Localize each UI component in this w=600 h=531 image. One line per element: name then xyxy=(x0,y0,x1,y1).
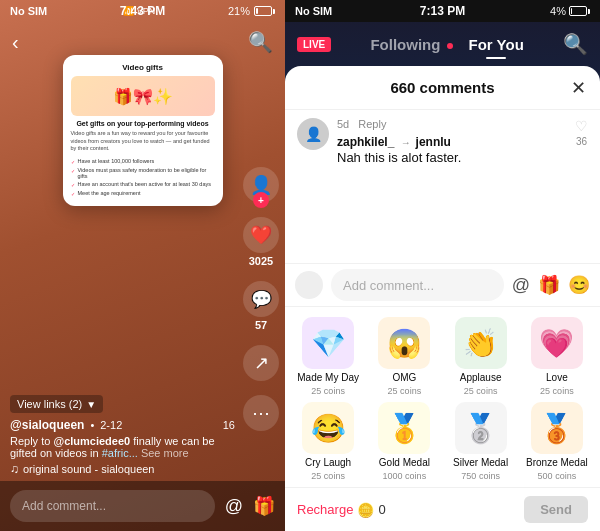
comment-time: 5d xyxy=(337,118,349,130)
reply-label: Reply to xyxy=(10,435,50,447)
add-comment-input[interactable]: Add comment... xyxy=(331,269,504,301)
comment-mention[interactable]: jennlu xyxy=(416,135,451,149)
gift-coins: 500 coins xyxy=(538,471,577,481)
tab-following[interactable]: Following xyxy=(366,34,456,55)
like-action[interactable]: ❤️ 3025 xyxy=(243,217,279,267)
username-row: @sialoqueen • 2-12 16 xyxy=(10,418,235,432)
gift-coins: 1000 coins xyxy=(383,471,427,481)
for-you-label: For You xyxy=(469,36,524,53)
gift-name: Made My Day xyxy=(297,372,359,383)
at-icon[interactable]: @ xyxy=(225,496,243,517)
close-button[interactable]: ✕ xyxy=(571,77,586,99)
following-dot xyxy=(447,43,453,49)
left-comment-input[interactable]: Add comment... xyxy=(10,490,215,522)
gift-coins: 25 coins xyxy=(388,386,422,396)
gift-icon-wrap: 🥈 xyxy=(455,402,507,454)
comment-like[interactable]: ♡ 36 xyxy=(575,118,588,165)
reply-text: Reply to @clumciedee0 finally we can be … xyxy=(10,435,235,459)
gift-item[interactable]: 💗 Love 25 coins xyxy=(522,317,592,396)
gift-item[interactable]: 💎 Made My Day 25 coins xyxy=(293,317,363,396)
gift-name: Bronze Medal xyxy=(526,457,588,468)
comments-panel: 660 comments ✕ 👤 5d Reply zaphkilel_ → j… xyxy=(285,66,600,531)
left-carrier: No SIM xyxy=(10,5,47,17)
profile-action[interactable]: 👤 + xyxy=(243,167,279,203)
left-right-icons: 21% xyxy=(228,5,275,17)
gift-item[interactable]: 👏 Applause 25 coins xyxy=(446,317,516,396)
sound-row[interactable]: ♫ original sound - sialoqueen xyxy=(10,462,235,476)
requirement-2: Videos must pass safety moderation to be… xyxy=(71,166,215,180)
comments-title: 660 comments xyxy=(390,79,494,96)
gift-emoji: 🥇 xyxy=(387,412,422,445)
chevron-down-icon: ▼ xyxy=(86,399,96,410)
gift-icon-wrap: 💗 xyxy=(531,317,583,369)
view-links-text: View links (2) xyxy=(17,398,82,410)
tab-for-you[interactable]: For You xyxy=(465,34,528,55)
comment-avatar: 👤 xyxy=(297,118,329,150)
coin-icon: 🪙 xyxy=(357,502,374,518)
add-comment-row: Add comment... @ 🎁 😊 xyxy=(285,263,600,307)
emoji-icon[interactable]: 😊 xyxy=(568,274,590,296)
like-count: 3025 xyxy=(249,255,273,267)
gift-item[interactable]: 🥉 Bronze Medal 500 coins xyxy=(522,402,592,481)
following-label: Following xyxy=(370,36,440,53)
see-more[interactable]: See more xyxy=(141,447,189,459)
separator-dot: • xyxy=(90,419,94,431)
share-action[interactable]: ↗ xyxy=(243,345,279,381)
reply-action[interactable]: Reply xyxy=(358,118,386,130)
comment-placeholder: Add comment... xyxy=(22,499,106,513)
gift-item[interactable]: 😂 Cry Laugh 25 coins xyxy=(293,402,363,481)
left-top-bar: ‹ 🔍 xyxy=(0,22,285,62)
more-action[interactable]: ⋯ xyxy=(243,395,279,431)
hashtag[interactable]: #afric... xyxy=(102,447,138,459)
gift-name: Love xyxy=(546,372,568,383)
right-search-icon[interactable]: 🔍 xyxy=(563,32,588,56)
send-button[interactable]: Send xyxy=(524,496,588,523)
username[interactable]: @sialoqueen xyxy=(10,418,84,432)
comment-meta: 5d Reply xyxy=(337,118,567,130)
gift-name: Silver Medal xyxy=(453,457,508,468)
gift-icon-wrap: 😱 xyxy=(378,317,430,369)
right-carrier: No SIM xyxy=(295,5,332,17)
comment-count: 57 xyxy=(255,319,267,331)
comments-list[interactable]: 👤 5d Reply zaphkilel_ → jennlu Nah this … xyxy=(285,110,600,263)
gift-item[interactable]: 🥇 Gold Medal 1000 coins xyxy=(369,402,439,481)
at-mention-icon[interactable]: @ xyxy=(512,275,530,296)
back-icon[interactable]: ‹ xyxy=(12,31,19,54)
gift-item[interactable]: 😱 OMG 25 coins xyxy=(369,317,439,396)
nav-tabs: Following For You xyxy=(366,34,527,55)
right-nav-bar: LIVE Following For You 🔍 xyxy=(285,22,600,66)
comment-content: 5d Reply zaphkilel_ → jennlu Nah this is… xyxy=(337,118,567,165)
gift-icon-wrap: 🥉 xyxy=(531,402,583,454)
share-icon: ↗ xyxy=(243,345,279,381)
gift-action-icon[interactable]: 🎁 xyxy=(538,274,560,296)
gift-emoji: 💗 xyxy=(539,327,574,360)
battery-icon xyxy=(254,6,275,16)
search-icon[interactable]: 🔍 xyxy=(248,30,273,54)
side-actions: 👤 + ❤️ 3025 💬 57 ↗ ⋯ xyxy=(243,167,279,431)
table-row: 👤 5d Reply zaphkilel_ → jennlu Nah this … xyxy=(297,118,588,165)
card-header: Video gifts xyxy=(71,63,215,72)
gift-coins: 25 coins xyxy=(311,386,345,396)
comment-username[interactable]: zaphkilel_ xyxy=(337,135,394,149)
gift-icon-wrap: 💎 xyxy=(302,317,354,369)
comment-action[interactable]: 💬 57 xyxy=(243,281,279,331)
add-comment-placeholder: Add comment... xyxy=(343,278,434,293)
right-panel: No SIM 7:13 PM 4% LIVE Following For You… xyxy=(285,0,600,531)
gifts-section: 💎 Made My Day 25 coins 😱 OMG 25 coins 👏 … xyxy=(285,307,600,487)
gift-coins: 25 coins xyxy=(540,386,574,396)
gift-icon-wrap: 🥇 xyxy=(378,402,430,454)
gift-icon[interactable]: 🎁 xyxy=(253,495,275,517)
card-body: Video gifts are a fun way to reward you … xyxy=(71,130,215,153)
video-gifts-card: Video gifts 🎁🎀✨ Get gifts on your top-pe… xyxy=(63,55,223,206)
reply-mention[interactable]: @clumciedee0 xyxy=(53,435,130,447)
live-badge[interactable]: LIVE xyxy=(297,37,331,52)
gift-item[interactable]: 🥈 Silver Medal 750 coins xyxy=(446,402,516,481)
recharge-button[interactable]: Recharge 🪙 0 xyxy=(297,502,386,518)
comment-icon: 💬 xyxy=(243,281,279,317)
comment-action-icons: @ 🎁 😊 xyxy=(512,274,590,296)
view-links-button[interactable]: View links (2) ▼ xyxy=(10,395,103,413)
left-panel: No SIM 📶 VPN 7:43 PM 21% ‹ 🔍 Video gifts… xyxy=(0,0,285,531)
gift-emoji: 🥉 xyxy=(539,412,574,445)
like-heart-icon: ♡ xyxy=(575,118,588,134)
right-status-icons: 4% xyxy=(550,5,590,17)
